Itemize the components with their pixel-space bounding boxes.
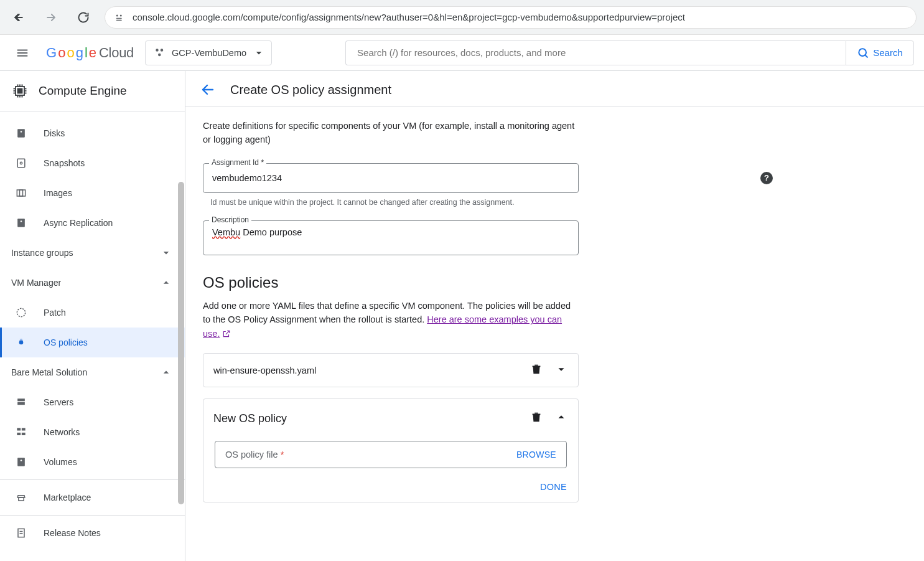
delete-new-policy-button[interactable] bbox=[530, 410, 543, 427]
main-content: Create OS policy assignment Create defin… bbox=[185, 71, 924, 561]
sidebar-group-bare-metal[interactable]: Bare Metal Solution bbox=[0, 357, 185, 387]
svg-point-2 bbox=[116, 14, 118, 16]
svg-rect-15 bbox=[18, 89, 22, 93]
browser-toolbar: console.cloud.google.com/compute/config/… bbox=[0, 0, 924, 35]
sidebar-item-label: Servers bbox=[44, 397, 73, 407]
sidebar-item-networks[interactable]: Networks bbox=[0, 417, 185, 447]
svg-rect-39 bbox=[17, 402, 25, 405]
collapse-new-policy-button[interactable] bbox=[554, 410, 568, 427]
sidebar-item-label: Disks bbox=[44, 128, 65, 138]
sidebar-item-label: Images bbox=[44, 188, 72, 198]
sidebar-item-images[interactable]: Images bbox=[0, 178, 185, 208]
os-policies-heading: OS policies bbox=[203, 274, 780, 291]
reload-icon bbox=[77, 11, 90, 24]
svg-point-11 bbox=[158, 53, 161, 56]
svg-point-9 bbox=[156, 49, 159, 52]
site-settings-icon bbox=[114, 12, 125, 23]
chevron-down-icon bbox=[253, 47, 265, 59]
google-cloud-logo[interactable]: Google Cloud bbox=[46, 45, 134, 61]
new-policy-title: New OS policy bbox=[213, 412, 287, 425]
svg-rect-4 bbox=[116, 17, 122, 19]
svg-point-45 bbox=[21, 460, 22, 461]
search-button[interactable]: Search bbox=[846, 40, 914, 65]
back-button[interactable] bbox=[7, 6, 30, 29]
svg-rect-44 bbox=[17, 458, 25, 466]
svg-rect-6 bbox=[17, 49, 28, 50]
svg-rect-52 bbox=[533, 366, 541, 367]
sidebar-item-os-policies[interactable]: OS policies bbox=[0, 328, 185, 357]
sidebar-service-header[interactable]: Compute Engine bbox=[0, 71, 185, 111]
svg-point-3 bbox=[120, 14, 122, 16]
chevron-up-icon bbox=[160, 276, 172, 289]
chevron-down-icon bbox=[554, 362, 568, 376]
chevron-up-icon bbox=[160, 366, 172, 379]
chevron-down-icon bbox=[160, 247, 172, 259]
sidebar-group-instance-groups[interactable]: Instance groups bbox=[0, 238, 185, 268]
svg-rect-42 bbox=[17, 433, 21, 435]
done-button[interactable]: DONE bbox=[540, 482, 567, 492]
svg-rect-38 bbox=[17, 398, 25, 401]
search-icon bbox=[857, 47, 869, 59]
sidebar-group-label: Bare Metal Solution bbox=[11, 367, 87, 377]
scrollbar-thumb[interactable] bbox=[178, 182, 184, 504]
svg-rect-8 bbox=[17, 55, 28, 56]
image-icon bbox=[15, 187, 27, 199]
sidebar-item-snapshots[interactable]: Snapshots bbox=[0, 148, 185, 178]
forward-button[interactable] bbox=[40, 6, 62, 29]
description-input[interactable]: Vembu Demo purpose bbox=[203, 220, 579, 255]
svg-rect-46 bbox=[19, 497, 24, 501]
svg-point-31 bbox=[20, 162, 22, 164]
svg-point-36 bbox=[17, 308, 25, 316]
svg-point-12 bbox=[859, 49, 867, 56]
sidebar-item-label: Volumes bbox=[44, 457, 77, 467]
server-icon bbox=[15, 396, 27, 408]
svg-rect-51 bbox=[534, 365, 538, 366]
sidebar-item-volumes[interactable]: Volumes bbox=[0, 447, 185, 477]
assignment-id-field: Assignment Id * ? bbox=[203, 163, 780, 193]
address-bar[interactable]: console.cloud.google.com/compute/config/… bbox=[105, 6, 917, 29]
service-title: Compute Engine bbox=[39, 84, 127, 98]
marketplace-icon bbox=[15, 491, 27, 504]
reload-button[interactable] bbox=[72, 6, 95, 29]
project-selector[interactable]: GCP-VembuDemo bbox=[145, 40, 272, 65]
sidebar-item-label: Async Replication bbox=[44, 218, 113, 228]
delete-policy-button[interactable] bbox=[530, 362, 543, 378]
svg-rect-47 bbox=[18, 529, 24, 537]
compute-engine-icon bbox=[11, 82, 29, 100]
disk-icon bbox=[15, 127, 27, 139]
chevron-up-icon bbox=[554, 410, 568, 424]
assignment-id-input[interactable] bbox=[212, 173, 548, 183]
os-policies-help: Add one or more YAML files that define a… bbox=[203, 299, 579, 342]
sidebar-item-label: Networks bbox=[44, 427, 80, 437]
svg-rect-53 bbox=[534, 413, 538, 414]
patch-icon bbox=[15, 306, 27, 319]
sidebar-item-disks[interactable]: Disks bbox=[0, 118, 185, 148]
gcp-header: Google Cloud GCP-VembuDemo Search bbox=[0, 35, 924, 71]
network-icon bbox=[15, 426, 27, 438]
sidebar-item-marketplace[interactable]: Marketplace bbox=[0, 483, 185, 512]
sidebar-group-vm-manager[interactable]: VM Manager bbox=[0, 268, 185, 298]
help-icon[interactable]: ? bbox=[760, 172, 773, 184]
assignment-id-hint: Id must be unique within the project. It… bbox=[210, 198, 780, 207]
new-policy-card: New OS policy OS policy file * BROWSE bbox=[203, 398, 579, 502]
releasenotes-icon bbox=[15, 527, 27, 539]
sidebar-item-servers[interactable]: Servers bbox=[0, 387, 185, 417]
svg-point-29 bbox=[21, 131, 22, 133]
sidebar-item-label: Release Notes bbox=[44, 528, 101, 538]
sidebar-item-label: Snapshots bbox=[44, 158, 85, 168]
intro-text: Create definitions for specific componen… bbox=[203, 119, 576, 147]
nav-menu-button[interactable] bbox=[10, 40, 35, 65]
policy-filename: win-ensure-openssh.yaml bbox=[213, 365, 316, 375]
policy-file-field[interactable]: OS policy file * BROWSE bbox=[215, 441, 567, 468]
hamburger-icon bbox=[16, 46, 29, 60]
search-input[interactable] bbox=[345, 40, 846, 65]
expand-policy-button[interactable] bbox=[554, 362, 568, 378]
browse-button[interactable]: BROWSE bbox=[516, 450, 556, 460]
sidebar: Compute Engine Disks Snapshots Images bbox=[0, 71, 185, 561]
sidebar-item-patch[interactable]: Patch bbox=[0, 298, 185, 328]
page-back-button[interactable] bbox=[200, 82, 215, 97]
svg-rect-5 bbox=[116, 19, 122, 21]
sidebar-item-release-notes[interactable]: Release Notes bbox=[0, 518, 185, 548]
svg-rect-40 bbox=[17, 428, 21, 430]
sidebar-item-async-replication[interactable]: Async Replication bbox=[0, 208, 185, 238]
